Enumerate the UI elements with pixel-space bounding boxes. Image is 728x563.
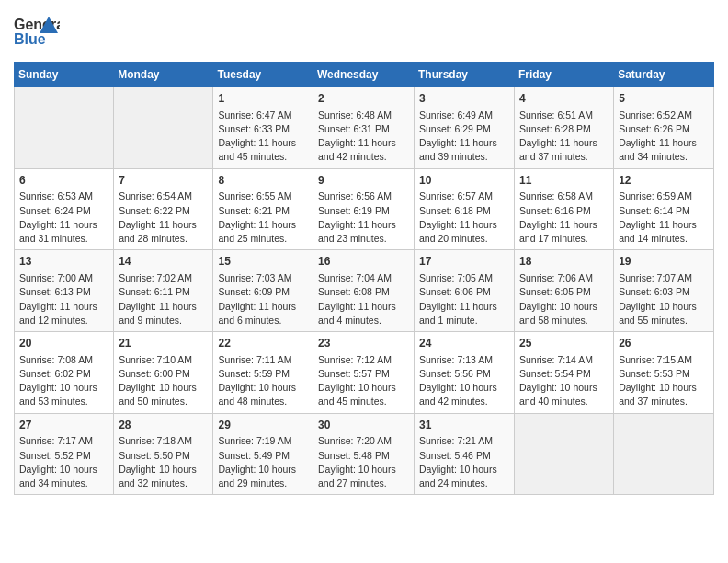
- week-row-3: 13Sunrise: 7:00 AM Sunset: 6:13 PM Dayli…: [15, 250, 714, 332]
- calendar-body: 1Sunrise: 6:47 AM Sunset: 6:33 PM Daylig…: [15, 87, 714, 495]
- day-number: 2: [318, 91, 409, 107]
- calendar-cell: 9Sunrise: 6:56 AM Sunset: 6:19 PM Daylig…: [313, 168, 415, 250]
- calendar-cell: 22Sunrise: 7:11 AM Sunset: 5:59 PM Dayli…: [213, 332, 313, 414]
- calendar-cell: 18Sunrise: 7:06 AM Sunset: 6:05 PM Dayli…: [515, 250, 614, 332]
- day-info: Sunrise: 6:47 AM Sunset: 6:33 PM Dayligh…: [218, 109, 308, 165]
- calendar-cell: 2Sunrise: 6:48 AM Sunset: 6:31 PM Daylig…: [313, 87, 415, 169]
- calendar-cell: 19Sunrise: 7:07 AM Sunset: 6:03 PM Dayli…: [614, 250, 714, 332]
- calendar-cell: [114, 87, 213, 169]
- day-info: Sunrise: 7:07 AM Sunset: 6:03 PM Dayligh…: [619, 271, 709, 327]
- calendar-cell: 11Sunrise: 6:58 AM Sunset: 6:16 PM Dayli…: [515, 168, 614, 250]
- day-info: Sunrise: 6:55 AM Sunset: 6:21 PM Dayligh…: [218, 190, 308, 246]
- day-info: Sunrise: 7:11 AM Sunset: 5:59 PM Dayligh…: [218, 353, 308, 409]
- week-row-5: 27Sunrise: 7:17 AM Sunset: 5:52 PM Dayli…: [15, 413, 714, 495]
- day-number: 14: [119, 254, 208, 270]
- calendar-cell: 13Sunrise: 7:00 AM Sunset: 6:13 PM Dayli…: [15, 250, 114, 332]
- calendar-cell: 24Sunrise: 7:13 AM Sunset: 5:56 PM Dayli…: [415, 332, 515, 414]
- calendar-cell: 29Sunrise: 7:19 AM Sunset: 5:49 PM Dayli…: [213, 413, 313, 495]
- day-info: Sunrise: 7:17 AM Sunset: 5:52 PM Dayligh…: [19, 434, 108, 490]
- calendar-cell: [15, 87, 114, 169]
- day-info: Sunrise: 7:02 AM Sunset: 6:11 PM Dayligh…: [119, 271, 208, 327]
- day-number: 31: [419, 418, 509, 433]
- calendar-cell: 14Sunrise: 7:02 AM Sunset: 6:11 PM Dayli…: [114, 250, 213, 332]
- svg-text:Blue: Blue: [14, 31, 46, 47]
- day-number: 17: [419, 254, 509, 270]
- calendar-cell: 15Sunrise: 7:03 AM Sunset: 6:09 PM Dayli…: [213, 250, 313, 332]
- calendar-cell: 5Sunrise: 6:52 AM Sunset: 6:26 PM Daylig…: [614, 87, 714, 169]
- day-info: Sunrise: 7:15 AM Sunset: 5:53 PM Dayligh…: [619, 353, 709, 409]
- day-info: Sunrise: 6:58 AM Sunset: 6:16 PM Dayligh…: [519, 190, 609, 246]
- day-number: 15: [218, 254, 308, 270]
- day-number: 7: [119, 173, 208, 189]
- day-number: 6: [19, 173, 108, 189]
- day-header-monday: Monday: [114, 63, 213, 87]
- calendar-cell: 20Sunrise: 7:08 AM Sunset: 6:02 PM Dayli…: [15, 332, 114, 414]
- day-header-tuesday: Tuesday: [213, 63, 313, 87]
- calendar-cell: 26Sunrise: 7:15 AM Sunset: 5:53 PM Dayli…: [614, 332, 714, 414]
- day-info: Sunrise: 7:12 AM Sunset: 5:57 PM Dayligh…: [318, 353, 409, 409]
- day-info: Sunrise: 7:14 AM Sunset: 5:54 PM Dayligh…: [519, 353, 609, 409]
- day-info: Sunrise: 6:48 AM Sunset: 6:31 PM Dayligh…: [318, 109, 409, 165]
- calendar-cell: 6Sunrise: 6:53 AM Sunset: 6:24 PM Daylig…: [15, 168, 114, 250]
- calendar-cell: 7Sunrise: 6:54 AM Sunset: 6:22 PM Daylig…: [114, 168, 213, 250]
- day-number: 24: [419, 336, 509, 351]
- day-info: Sunrise: 7:05 AM Sunset: 6:06 PM Dayligh…: [419, 271, 509, 327]
- week-row-2: 6Sunrise: 6:53 AM Sunset: 6:24 PM Daylig…: [15, 168, 714, 250]
- day-info: Sunrise: 6:59 AM Sunset: 6:14 PM Dayligh…: [619, 190, 709, 246]
- calendar-cell: 3Sunrise: 6:49 AM Sunset: 6:29 PM Daylig…: [415, 87, 515, 169]
- day-number: 26: [619, 336, 709, 351]
- day-number: 28: [119, 418, 208, 433]
- day-info: Sunrise: 6:53 AM Sunset: 6:24 PM Dayligh…: [19, 190, 108, 246]
- day-number: 4: [519, 91, 609, 107]
- day-info: Sunrise: 6:56 AM Sunset: 6:19 PM Dayligh…: [318, 190, 409, 246]
- day-info: Sunrise: 7:19 AM Sunset: 5:49 PM Dayligh…: [218, 434, 308, 490]
- day-header-thursday: Thursday: [415, 63, 515, 87]
- day-number: 25: [519, 336, 609, 351]
- calendar-cell: 10Sunrise: 6:57 AM Sunset: 6:18 PM Dayli…: [415, 168, 515, 250]
- calendar-cell: 16Sunrise: 7:04 AM Sunset: 6:08 PM Dayli…: [313, 250, 415, 332]
- day-number: 16: [318, 254, 409, 270]
- day-number: 30: [318, 418, 409, 433]
- day-number: 9: [318, 173, 409, 189]
- logo: General Blue: [14, 13, 60, 54]
- day-number: 27: [19, 418, 108, 433]
- day-number: 12: [619, 173, 709, 189]
- day-info: Sunrise: 6:52 AM Sunset: 6:26 PM Dayligh…: [619, 109, 709, 165]
- day-info: Sunrise: 6:54 AM Sunset: 6:22 PM Dayligh…: [119, 190, 208, 246]
- day-number: 23: [318, 336, 409, 351]
- calendar-cell: [614, 413, 714, 495]
- calendar-cell: 31Sunrise: 7:21 AM Sunset: 5:46 PM Dayli…: [415, 413, 515, 495]
- day-number: 8: [218, 173, 308, 189]
- calendar-cell: [515, 413, 614, 495]
- calendar-cell: 12Sunrise: 6:59 AM Sunset: 6:14 PM Dayli…: [614, 168, 714, 250]
- calendar-cell: 8Sunrise: 6:55 AM Sunset: 6:21 PM Daylig…: [213, 168, 313, 250]
- calendar-cell: 21Sunrise: 7:10 AM Sunset: 6:00 PM Dayli…: [114, 332, 213, 414]
- day-header-saturday: Saturday: [614, 63, 714, 87]
- day-number: 19: [619, 254, 709, 270]
- week-row-1: 1Sunrise: 6:47 AM Sunset: 6:33 PM Daylig…: [15, 87, 714, 169]
- week-row-4: 20Sunrise: 7:08 AM Sunset: 6:02 PM Dayli…: [15, 332, 714, 414]
- day-number: 22: [218, 336, 308, 351]
- day-info: Sunrise: 7:10 AM Sunset: 6:00 PM Dayligh…: [119, 353, 208, 409]
- calendar-header: SundayMondayTuesdayWednesdayThursdayFrid…: [15, 63, 714, 87]
- calendar-cell: 27Sunrise: 7:17 AM Sunset: 5:52 PM Dayli…: [15, 413, 114, 495]
- calendar-cell: 23Sunrise: 7:12 AM Sunset: 5:57 PM Dayli…: [313, 332, 415, 414]
- day-number: 11: [519, 173, 609, 189]
- day-info: Sunrise: 7:21 AM Sunset: 5:46 PM Dayligh…: [419, 434, 509, 490]
- calendar-cell: 4Sunrise: 6:51 AM Sunset: 6:28 PM Daylig…: [515, 87, 614, 169]
- day-number: 5: [619, 91, 709, 107]
- header: General Blue: [14, 9, 714, 54]
- day-info: Sunrise: 7:18 AM Sunset: 5:50 PM Dayligh…: [119, 434, 208, 490]
- days-of-week-row: SundayMondayTuesdayWednesdayThursdayFrid…: [15, 63, 714, 87]
- day-number: 1: [218, 91, 308, 107]
- day-info: Sunrise: 7:03 AM Sunset: 6:09 PM Dayligh…: [218, 271, 308, 327]
- day-info: Sunrise: 6:49 AM Sunset: 6:29 PM Dayligh…: [419, 109, 509, 165]
- day-info: Sunrise: 7:04 AM Sunset: 6:08 PM Dayligh…: [318, 271, 409, 327]
- logo-icon: General Blue: [14, 13, 60, 54]
- day-info: Sunrise: 7:06 AM Sunset: 6:05 PM Dayligh…: [519, 271, 609, 327]
- calendar-cell: 25Sunrise: 7:14 AM Sunset: 5:54 PM Dayli…: [515, 332, 614, 414]
- day-info: Sunrise: 7:20 AM Sunset: 5:48 PM Dayligh…: [318, 434, 409, 490]
- day-number: 21: [119, 336, 208, 351]
- day-number: 3: [419, 91, 509, 107]
- calendar-cell: 28Sunrise: 7:18 AM Sunset: 5:50 PM Dayli…: [114, 413, 213, 495]
